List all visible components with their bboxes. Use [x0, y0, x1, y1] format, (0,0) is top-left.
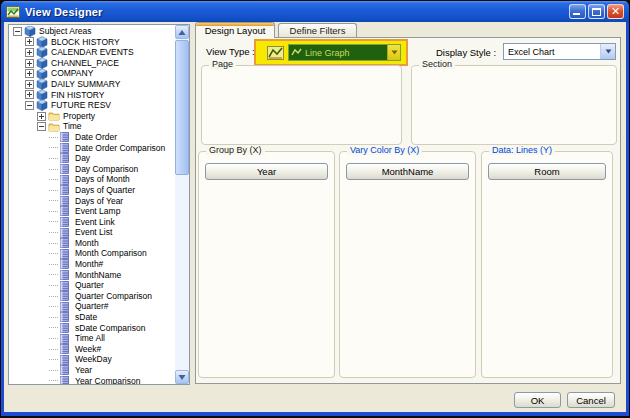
tree-item[interactable]: Days of Year: [9, 196, 175, 207]
expand-icon[interactable]: [25, 69, 34, 78]
tree-connector: [49, 253, 58, 254]
tree-item[interactable]: Event Link: [9, 217, 175, 228]
tree-scrollbar[interactable]: [175, 25, 189, 384]
section-dropzone[interactable]: Section: [411, 65, 617, 145]
tree-item[interactable]: Year Comparison: [9, 376, 175, 384]
tree-item-label: DAILY SUMMARY: [48, 79, 120, 90]
tree-item[interactable]: sDate Comparison: [9, 323, 175, 334]
tree-connector: [49, 285, 58, 286]
tree-item[interactable]: Time All: [9, 333, 175, 344]
tree-item[interactable]: FIN HISTORY: [9, 90, 175, 101]
tree-connector: [49, 211, 58, 212]
expand-icon[interactable]: [25, 48, 34, 57]
tree-connector: [49, 221, 58, 222]
tree-item[interactable]: Subject Areas: [9, 26, 175, 37]
tree-item[interactable]: FUTURE RESV: [9, 100, 175, 111]
tree-connector: [49, 296, 58, 297]
expand-icon[interactable]: [25, 90, 34, 99]
expand-icon[interactable]: [25, 59, 34, 68]
tree-item[interactable]: Event List: [9, 227, 175, 238]
tree-connector: [49, 380, 58, 381]
cancel-button[interactable]: Cancel: [567, 392, 615, 408]
tree-item[interactable]: Date Order: [9, 132, 175, 143]
tree-item[interactable]: Quarter#: [9, 301, 175, 312]
scroll-down-button[interactable]: [175, 370, 189, 384]
tree-item[interactable]: Month: [9, 238, 175, 249]
tree-item[interactable]: Week#: [9, 344, 175, 355]
tree-item-label: Days of Month: [72, 174, 130, 185]
tree-item[interactable]: Month#: [9, 259, 175, 270]
vary-color-by-x-dropzone[interactable]: Vary Color By (X) MonthName: [339, 151, 476, 378]
view-type-dropdown[interactable]: Line Graph: [288, 44, 401, 61]
tree-item-label: Days of Quarter: [72, 185, 135, 196]
tree-item[interactable]: Days of Month: [9, 174, 175, 185]
tree-item[interactable]: BLOCK HISTORY: [9, 37, 175, 48]
tree-item[interactable]: Property: [9, 111, 175, 122]
tree-connector: [49, 147, 58, 148]
ok-button[interactable]: OK: [514, 392, 561, 408]
monthname-field-button[interactable]: MonthName: [346, 163, 469, 180]
tree-item[interactable]: DAILY SUMMARY: [9, 79, 175, 90]
tree-connector: [49, 306, 58, 307]
tree-item[interactable]: Year: [9, 365, 175, 376]
group-by-x-dropzone[interactable]: Group By (X) Year: [198, 151, 335, 378]
collapse-icon[interactable]: [13, 27, 22, 36]
tree-item[interactable]: Quarter: [9, 280, 175, 291]
tree-item[interactable]: MonthName: [9, 270, 175, 281]
display-style-dropdown[interactable]: Excel Chart: [503, 43, 616, 60]
data-lines-y-dropzone[interactable]: Data: Lines (Y) Room: [481, 151, 613, 378]
tab-design-layout[interactable]: Design Layout: [195, 22, 275, 38]
expand-icon[interactable]: [25, 37, 34, 46]
tree-item[interactable]: sDate: [9, 312, 175, 323]
group-by-x-label: Group By (X): [206, 145, 265, 155]
tree-item[interactable]: Quarter Comparison: [9, 291, 175, 302]
tree-item[interactable]: Month Comparison: [9, 248, 175, 259]
maximize-button[interactable]: [588, 4, 605, 19]
tree-item[interactable]: CALENDAR EVENTS: [9, 47, 175, 58]
close-button[interactable]: ✕: [607, 4, 624, 19]
tree-connector: [49, 158, 58, 159]
room-field-button[interactable]: Room: [488, 163, 606, 180]
chevron-down-icon: [391, 50, 398, 55]
line-graph-icon: [267, 46, 284, 60]
tree-item[interactable]: WeekDay: [9, 354, 175, 365]
expand-icon[interactable]: [37, 112, 46, 121]
line-graph-small-icon: [291, 48, 302, 57]
titlebar: View Designer ✕: [1, 1, 629, 22]
tree-item[interactable]: Day: [9, 153, 175, 164]
tree-item[interactable]: COMPANY: [9, 68, 175, 79]
tree-connector: [49, 327, 58, 328]
view-type-value: Line Graph: [302, 48, 387, 58]
tree-item[interactable]: Day Comparison: [9, 164, 175, 175]
column-icon: [60, 375, 72, 384]
scroll-up-button[interactable]: [175, 25, 189, 39]
tree-item[interactable]: Days of Quarter: [9, 185, 175, 196]
tree-item-label: Month Comparison: [72, 248, 147, 259]
minimize-button[interactable]: [569, 4, 586, 19]
tree-item-label: COMPANY: [48, 68, 93, 79]
year-field-button[interactable]: Year: [205, 163, 328, 180]
view-type-highlight: Line Graph: [254, 39, 408, 66]
page-dropzone[interactable]: Page: [201, 65, 402, 145]
design-layout-page: View Type : Line Graph: [195, 37, 621, 384]
tree-item[interactable]: Event Lamp: [9, 206, 175, 217]
tree-item-label: Month#: [72, 259, 103, 270]
tree-item-label: FIN HISTORY: [48, 90, 105, 101]
tree-connector: [49, 349, 58, 350]
tree-item[interactable]: Date Order Comparison: [9, 143, 175, 154]
tree-rows: Subject AreasBLOCK HISTORYCALENDAR EVENT…: [9, 26, 175, 384]
scrollbar-thumb[interactable]: [175, 40, 189, 175]
tab-define-filters[interactable]: Define Filters: [278, 23, 357, 37]
scroll-up-icon: [178, 29, 186, 36]
collapse-icon[interactable]: [25, 101, 34, 110]
tree-item[interactable]: Time: [9, 121, 175, 132]
display-style-dropdown-arrow[interactable]: [600, 44, 615, 59]
tree-item[interactable]: CHANNEL_PACE: [9, 58, 175, 69]
tree-item-label: WeekDay: [72, 354, 112, 365]
collapse-icon[interactable]: [37, 122, 46, 131]
expand-icon[interactable]: [25, 80, 34, 89]
view-type-dropdown-arrow[interactable]: [387, 45, 400, 60]
tree-item-label: Quarter Comparison: [72, 291, 152, 302]
tree-item-label: sDate Comparison: [72, 323, 145, 334]
window-title: View Designer: [25, 6, 103, 18]
